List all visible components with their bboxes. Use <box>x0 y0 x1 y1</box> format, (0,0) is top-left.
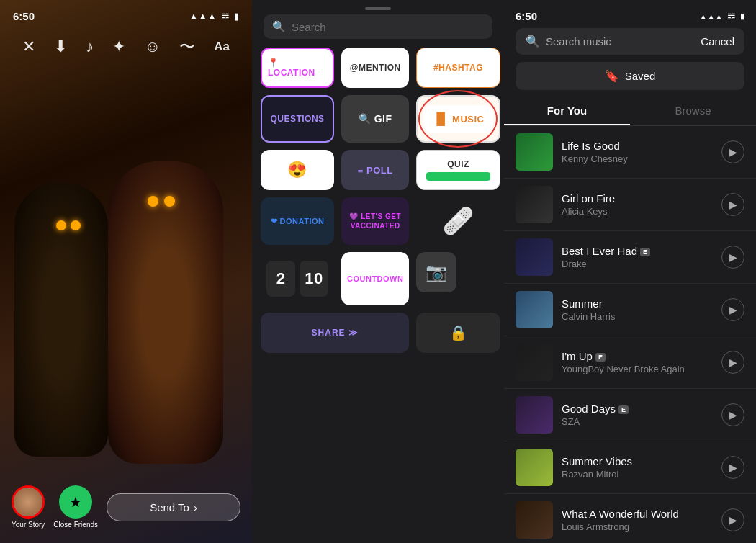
quiz-sticker[interactable]: QUIZ <box>416 150 500 190</box>
donation-sticker[interactable]: ❤ DONATION <box>261 197 334 245</box>
play-icon: ▶ <box>729 199 737 210</box>
saved-button[interactable]: 🔖 Saved <box>516 62 744 90</box>
your-story-button[interactable]: Your Story <box>12 485 45 529</box>
send-to-label: Send To <box>150 501 189 513</box>
gif-sticker[interactable]: 🔍 GIF <box>341 95 409 143</box>
status-icons: ▲▲▲ 𝌤 ▮ <box>189 11 239 22</box>
list-item[interactable]: Summer VibesRazvan Mitroi▶ <box>504 441 756 494</box>
text-icon[interactable]: Aa <box>214 40 230 54</box>
explicit-badge: E <box>595 353 606 362</box>
effect-icon[interactable]: ✦ <box>112 37 125 56</box>
story-toolbar: ✕ ⬇ ♪ ✦ ☺ 〜 Aa <box>0 36 252 58</box>
artist-name: Kenny Chesney <box>562 153 713 164</box>
poll-sticker[interactable]: ≡ POLL <box>341 150 409 190</box>
close-friends-label: Close Friends <box>53 521 98 529</box>
drag-handle <box>252 0 504 14</box>
music-info: Girl on FireAlicia Keys <box>562 192 713 217</box>
story-top-bar: 6:50 ▲▲▲ 𝌤 ▮ <box>0 0 252 28</box>
music-sticker[interactable]: ▐▌ MUSIC <box>416 95 500 143</box>
location-sticker[interactable]: 📍 LOCATION <box>261 48 334 88</box>
lock-sticker[interactable]: 🔒 <box>416 313 500 353</box>
battery-icon: ▮ <box>740 12 744 21</box>
save-icon[interactable]: ⬇ <box>54 37 67 56</box>
story-panel: 6:50 ▲▲▲ 𝌤 ▮ ✕ ⬇ ♪ ✦ ☺ 〜 Aa Your Story ★… <box>0 0 252 543</box>
music-info: What A Wonderful WorldLouis Armstrong <box>562 508 713 532</box>
tab-for-you[interactable]: For You <box>504 97 630 125</box>
play-button[interactable]: ▶ <box>721 246 744 269</box>
signal-icon: ▲▲▲ <box>699 12 723 21</box>
play-button[interactable]: ▶ <box>721 508 744 531</box>
list-item[interactable]: Good DaysESZA▶ <box>504 389 756 441</box>
vaccinated-sticker[interactable]: 💜 LET'S GET VACCINATED <box>341 197 409 245</box>
music-info: Life Is GoodKenny Chesney <box>562 140 713 164</box>
list-item[interactable]: Girl on FireAlicia Keys▶ <box>504 179 756 231</box>
wifi-icon: 𝌤 <box>221 11 230 22</box>
album-art <box>516 396 553 434</box>
mention-sticker[interactable]: @MENTION <box>341 48 409 88</box>
play-button[interactable]: ▶ <box>721 140 744 163</box>
share-sticker[interactable]: SHARE ≫ <box>261 313 409 353</box>
song-title: Life Is Good <box>562 140 713 152</box>
camera-sticker[interactable]: 📷 <box>416 252 456 292</box>
face-icon[interactable]: ☺ <box>144 37 160 56</box>
list-item[interactable]: What A Wonderful WorldLouis Armstrong▶ <box>504 494 756 543</box>
emoji-sticker[interactable]: 😍 <box>261 150 334 190</box>
song-title: I'm UpE <box>562 350 713 362</box>
artist-name: Alicia Keys <box>562 206 713 217</box>
search-input[interactable] <box>292 21 484 33</box>
play-button[interactable]: ▶ <box>721 351 744 374</box>
music-circle <box>418 90 498 148</box>
album-art <box>516 133 553 171</box>
play-icon: ▶ <box>729 251 737 263</box>
countdown-sticker[interactable]: COUNTDOWN <box>341 252 409 305</box>
countdown-numbers-sticker[interactable]: 2 10 <box>261 252 334 305</box>
hashtag-sticker[interactable]: #HASHTAG <box>416 48 500 88</box>
questions-sticker[interactable]: QUESTIONS <box>261 95 334 143</box>
sticker-search-bar[interactable]: 🔍 <box>264 14 492 39</box>
play-icon: ▶ <box>729 409 737 421</box>
song-title: Girl on Fire <box>562 192 713 205</box>
music-status-icons: ▲▲▲ 𝌤 ▮ <box>699 11 744 22</box>
music-top-bar: 6:50 ▲▲▲ 𝌤 ▮ <box>504 0 756 28</box>
song-title: What A Wonderful World <box>562 508 713 520</box>
close-friends-button[interactable]: ★ Close Friends <box>53 485 98 529</box>
song-title: Good DaysE <box>562 403 713 415</box>
play-button[interactable]: ▶ <box>721 403 744 426</box>
list-item[interactable]: Life Is GoodKenny Chesney▶ <box>504 126 756 179</box>
story-bottom-row: Your Story ★ Close Friends Send To › <box>12 485 240 529</box>
list-item[interactable]: Best I Ever HadEDrake▶ <box>504 231 756 284</box>
play-button[interactable]: ▶ <box>721 456 744 479</box>
music-info: Best I Ever HadEDrake <box>562 245 713 269</box>
tab-browse[interactable]: Browse <box>630 97 756 125</box>
send-to-button[interactable]: Send To › <box>107 493 240 521</box>
eye-icon <box>71 220 81 230</box>
wifi-icon: 𝌤 <box>727 11 736 22</box>
music-search-bar[interactable]: 🔍 Search music Cancel <box>516 28 744 55</box>
music-info: Good DaysESZA <box>562 403 713 427</box>
explicit-badge: E <box>640 248 650 256</box>
play-icon: ▶ <box>729 356 737 368</box>
chevron-right-icon: › <box>194 501 197 513</box>
avatar <box>12 485 45 519</box>
stickers-panel: 🔍 📍 LOCATION @MENTION #HASHTAG QUESTIONS… <box>252 0 504 543</box>
play-icon: ▶ <box>729 462 737 473</box>
list-item[interactable]: I'm UpEYoungBoy Never Broke Again▶ <box>504 336 756 389</box>
album-art <box>516 186 553 223</box>
eye-icon <box>56 220 66 230</box>
music-icon[interactable]: ♪ <box>86 37 94 56</box>
close-icon[interactable]: ✕ <box>22 37 35 56</box>
search-icon: 🔍 <box>526 35 540 48</box>
avatar-face <box>14 488 42 516</box>
search-placeholder-text: Search music <box>546 35 695 48</box>
draw-icon[interactable]: 〜 <box>179 36 195 58</box>
signal-icon: ▲▲▲ <box>189 11 217 22</box>
cancel-button[interactable]: Cancel <box>701 35 734 48</box>
list-item[interactable]: SummerCalvin Harris▶ <box>504 284 756 336</box>
play-button[interactable]: ▶ <box>721 193 744 216</box>
music-info: SummerCalvin Harris <box>562 297 713 322</box>
artist-name: Drake <box>562 259 713 269</box>
play-button[interactable]: ▶ <box>721 298 744 321</box>
bandaid-sticker[interactable]: 🩹 <box>416 197 500 245</box>
figure-left <box>14 183 108 457</box>
album-art <box>516 501 553 539</box>
